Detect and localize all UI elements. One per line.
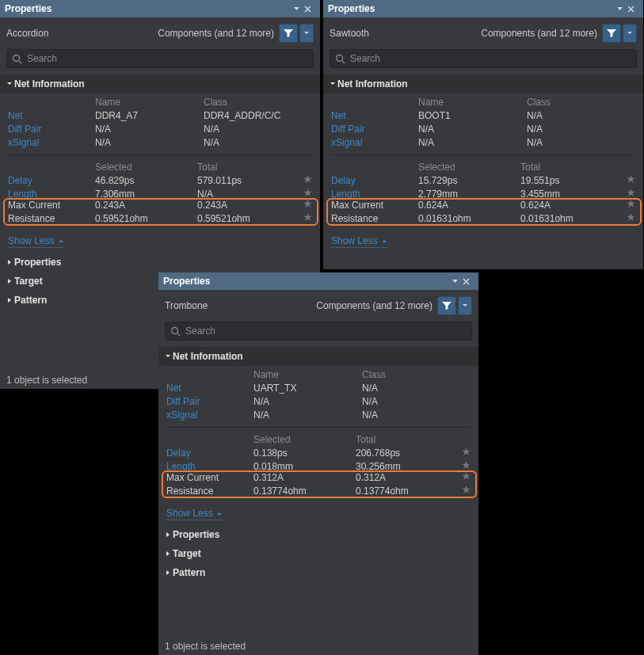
chevron-right-icon	[165, 531, 173, 538]
col-selected: Selected	[418, 162, 520, 173]
chevron-right-icon	[6, 278, 14, 284]
chevron-right-icon	[6, 259, 14, 265]
panel-title: Properties	[5, 3, 51, 14]
net-info-body: Name Class Net UART_TX N/A Diff Pair N/A…	[158, 366, 478, 503]
filter-button[interactable]	[602, 24, 621, 43]
row-xsignal[interactable]: xSignal	[331, 137, 418, 148]
search-input[interactable]	[27, 53, 308, 64]
section-net-information[interactable]: Net Information	[158, 347, 478, 366]
row-net[interactable]: Net	[166, 383, 253, 394]
svg-point-4	[172, 327, 178, 333]
row-xsignal[interactable]: xSignal	[8, 137, 95, 148]
star-icon[interactable]	[299, 175, 312, 186]
row-delay[interactable]: Delay	[331, 175, 418, 186]
star-icon[interactable]	[458, 447, 471, 459]
star-icon[interactable]	[458, 472, 471, 483]
object-name: Accordion	[6, 28, 48, 39]
svg-line-3	[342, 61, 345, 63]
col-selected: Selected	[253, 434, 356, 445]
show-less-link[interactable]: Show Less	[331, 235, 387, 248]
row-xsignal[interactable]: xSignal	[166, 409, 253, 421]
filter-label: Components (and 12 more)	[481, 28, 597, 39]
search-box[interactable]	[330, 49, 637, 68]
filter-button[interactable]	[279, 24, 298, 43]
dropdown-icon[interactable]	[293, 6, 304, 13]
row-diffpair[interactable]: Diff Pair	[331, 124, 418, 135]
star-icon[interactable]	[299, 213, 312, 224]
show-less-link[interactable]: Show Less	[166, 508, 223, 520]
section-properties[interactable]: Properties	[158, 525, 478, 544]
search-icon	[170, 326, 181, 337]
close-icon[interactable]	[463, 278, 474, 285]
chevron-up-icon	[58, 235, 64, 246]
filter-label: Components (and 12 more)	[316, 300, 433, 311]
col-total: Total	[356, 434, 458, 445]
titlebar[interactable]: Properties	[0, 0, 320, 17]
object-name: Sawtooth	[330, 28, 369, 39]
dropdown-icon[interactable]	[452, 278, 463, 285]
star-icon[interactable]	[299, 189, 312, 200]
search-icon	[12, 54, 22, 64]
chevron-right-icon	[165, 569, 173, 576]
filter-dropdown-button[interactable]	[458, 296, 472, 315]
section-net-information[interactable]: Net Information	[0, 74, 320, 93]
star-icon[interactable]	[623, 213, 635, 224]
star-icon[interactable]	[623, 189, 635, 200]
net-info-body: Name Class Net BOOT1 N/A Diff Pair N/A N…	[323, 93, 643, 230]
dropdown-icon[interactable]	[616, 6, 627, 13]
svg-point-0	[13, 55, 20, 61]
col-name: Name	[418, 97, 527, 108]
col-name: Name	[95, 97, 204, 108]
search-input[interactable]	[185, 326, 467, 337]
chevron-up-icon	[216, 508, 223, 519]
col-class: Class	[204, 97, 312, 108]
net-info-body: Name Class Net DDR4_A7 DDR4_ADDR/C/C Dif…	[0, 93, 320, 230]
svg-line-5	[177, 333, 180, 336]
search-input[interactable]	[350, 53, 631, 64]
row-length[interactable]: Length	[331, 189, 418, 200]
titlebar[interactable]: Properties	[323, 0, 643, 17]
close-icon[interactable]	[627, 6, 638, 13]
row-net[interactable]: Net	[331, 110, 418, 121]
col-total: Total	[197, 162, 299, 173]
row-length[interactable]: Length	[8, 189, 95, 200]
properties-panel-middle: Properties Trombone Components (and 12 m…	[158, 272, 478, 655]
show-less-link[interactable]: Show Less	[8, 235, 64, 248]
col-selected: Selected	[95, 162, 197, 173]
search-box[interactable]	[165, 322, 472, 341]
star-icon[interactable]	[458, 486, 471, 497]
section-target[interactable]: Target	[158, 544, 478, 563]
col-total: Total	[520, 162, 623, 173]
chevron-right-icon	[6, 297, 14, 303]
section-properties[interactable]: Properties	[0, 253, 320, 272]
star-icon[interactable]	[299, 200, 312, 211]
col-class: Class	[362, 369, 471, 380]
star-icon[interactable]	[458, 461, 471, 472]
row-length[interactable]: Length	[166, 461, 253, 472]
subheader: Accordion Components (and 12 more)	[0, 17, 320, 48]
highlighted-rows: Max Current 0.312A 0.312A Resistance 0.1…	[166, 472, 471, 497]
row-delay[interactable]: Delay	[8, 175, 95, 186]
object-name: Trombone	[165, 300, 208, 311]
search-box[interactable]	[6, 49, 314, 68]
filter-dropdown-button[interactable]	[299, 24, 314, 43]
close-icon[interactable]	[304, 6, 315, 13]
filter-dropdown-button[interactable]	[623, 24, 637, 43]
row-net[interactable]: Net	[8, 110, 95, 121]
section-net-information[interactable]: Net Information	[323, 74, 643, 93]
star-icon[interactable]	[623, 175, 635, 186]
titlebar[interactable]: Properties	[158, 272, 478, 290]
highlighted-rows: Max Current 0.243A 0.243A Resistance 0.5…	[8, 200, 312, 224]
section-pattern[interactable]: Pattern	[158, 563, 478, 582]
row-delay[interactable]: Delay	[166, 447, 253, 459]
star-icon[interactable]	[623, 200, 635, 211]
chevron-up-icon	[381, 235, 387, 246]
filter-button[interactable]	[437, 296, 456, 315]
search-icon	[335, 54, 345, 64]
col-class: Class	[527, 97, 635, 108]
svg-line-1	[19, 61, 21, 63]
filter-label: Components (and 12 more)	[158, 28, 274, 39]
row-diffpair[interactable]: Diff Pair	[166, 396, 253, 407]
row-diffpair[interactable]: Diff Pair	[8, 124, 95, 135]
svg-point-2	[337, 55, 343, 61]
